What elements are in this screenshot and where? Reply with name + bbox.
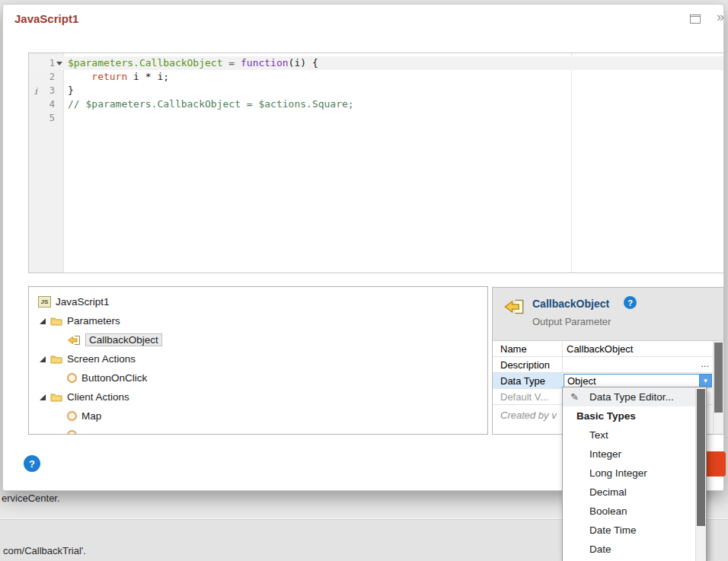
tree-label: Screen Actions (67, 353, 136, 365)
folder-icon (50, 316, 62, 326)
datatype-value: Object (564, 375, 699, 387)
dropdown-item-decimal[interactable]: Decimal (563, 483, 695, 502)
javascript-icon: JS (38, 296, 51, 308)
dropdown-scrollbar[interactable] (695, 387, 706, 561)
code-line-4[interactable]: 4 // $parameters.CallbackObject = $actio… (29, 97, 723, 111)
tree-label: JavaScript1 (56, 296, 110, 308)
code-editor[interactable]: 1 $parameters.CallbackObject = function(… (28, 53, 724, 273)
description-label: Description (493, 357, 563, 372)
dropdown-group-basic-types: Basic Types (563, 406, 695, 426)
name-label: Name (493, 341, 563, 356)
properties-subtitle: Output Parameter (532, 316, 611, 327)
pencil-icon: ✎ (570, 387, 579, 406)
help-icon[interactable]: ? (624, 296, 637, 309)
fold-arrow-icon[interactable] (56, 62, 62, 65)
property-row-description: Description ... (493, 357, 713, 373)
element-tree-panel: JS JavaScript1 Parameters CallbackObject… (28, 286, 488, 435)
tree-label: Parameters (67, 315, 120, 327)
datatype-label: Data Type (493, 373, 563, 388)
tree-label-selected: CallbackObject (85, 333, 162, 346)
tree-item-buttononclick[interactable]: ButtonOnClick (29, 368, 487, 387)
datatype-combobox[interactable]: Object ▼ (564, 374, 712, 387)
code-text-4[interactable]: // $parameters.CallbackObject = $actions… (64, 97, 354, 111)
collapse-arrow-icon[interactable] (40, 318, 46, 324)
tree-label: ButtonOnClick (81, 372, 147, 384)
line-number-4: 4 (29, 97, 64, 111)
editor-lines: 1 $parameters.CallbackObject = function(… (29, 56, 723, 125)
dropdown-item-boolean[interactable]: Boolean (563, 502, 695, 521)
collapse-arrow-icon[interactable] (40, 356, 46, 362)
tree-item-clipped[interactable] (29, 426, 487, 435)
background-text-top: erviceCenter. (2, 492, 60, 504)
code-text-5[interactable] (64, 111, 68, 125)
data-type-dropdown: ✎ Data Type Editor... Basic Types Text I… (562, 387, 707, 561)
maximize-icon[interactable] (690, 14, 701, 24)
dialog-title: JavaScript1 (14, 12, 78, 25)
screen: erviceCenter. com/CallbackTrial'. JavaSc… (0, 0, 728, 561)
code-text-3[interactable]: } (64, 84, 74, 97)
properties-header: CallbackObject ? Output Parameter (493, 288, 723, 341)
code-line-2[interactable]: 2 return i * i; (29, 70, 723, 84)
tree-item-client-actions[interactable]: Client Actions (29, 387, 487, 406)
tree-item-parameters[interactable]: Parameters (29, 311, 487, 330)
description-field[interactable]: ... (563, 357, 713, 372)
scrollbar-thumb[interactable] (697, 389, 705, 526)
tree-item-map[interactable]: Map (29, 406, 487, 426)
datatype-cell: Object ▼ (563, 373, 713, 388)
line-number-2: 2 (29, 70, 64, 84)
output-parameter-icon (503, 298, 525, 315)
properties-scrollbar[interactable] (713, 341, 723, 434)
line-number-3: i3 (29, 84, 64, 97)
folder-icon (50, 354, 62, 364)
chevron-down-icon[interactable]: ▼ (699, 375, 711, 387)
action-circle-icon (67, 411, 77, 421)
tree-label: Client Actions (67, 391, 129, 403)
collapse-arrow-icon[interactable] (40, 394, 46, 400)
action-circle-icon (67, 373, 77, 383)
ellipsis-button[interactable]: ... (701, 358, 709, 369)
dropdown-item-date-time[interactable]: Date Time (563, 521, 695, 540)
default-value-label: Default V... (493, 389, 563, 404)
window-chevrons-icon[interactable]: » (717, 9, 724, 25)
line-number-5: 5 (29, 111, 64, 125)
code-line-5[interactable]: 5 (29, 111, 723, 125)
folder-icon (50, 392, 62, 402)
name-field[interactable]: CallbackObject (563, 341, 713, 356)
code-line-3[interactable]: i3 } (29, 84, 723, 97)
line-number-1: 1 (29, 56, 64, 70)
properties-title: CallbackObject (532, 298, 609, 310)
property-row-name: Name CallbackObject (493, 341, 713, 357)
background-text-bottom: com/CallbackTrial'. (3, 545, 86, 556)
output-parameter-icon (67, 335, 81, 346)
code-text-2[interactable]: return i * i; (64, 70, 169, 84)
code-line-1[interactable]: 1 $parameters.CallbackObject = function(… (29, 56, 723, 70)
dropdown-item-date[interactable]: Date (563, 540, 695, 559)
tree-item-callbackobject[interactable]: CallbackObject (29, 330, 487, 349)
dropdown-item-integer[interactable]: Integer (563, 445, 695, 464)
tree-label: Map (81, 410, 101, 422)
dropdown-item-data-type-editor[interactable]: ✎ Data Type Editor... (563, 387, 695, 406)
code-text-1[interactable]: $parameters.CallbackObject = function(i)… (64, 56, 318, 70)
dropdown-item-text[interactable]: Text (563, 426, 695, 445)
action-circle-icon (67, 430, 77, 435)
dropdown-list: ✎ Data Type Editor... Basic Types Text I… (563, 387, 695, 561)
tree-item-javascript1[interactable]: JS JavaScript1 (29, 292, 487, 311)
dropdown-item-long-integer[interactable]: Long Integer (563, 464, 695, 483)
scrollbar-thumb[interactable] (714, 343, 723, 413)
info-icon: i (34, 84, 37, 98)
dialog-help-icon[interactable]: ? (24, 455, 40, 472)
tree-item-screen-actions[interactable]: Screen Actions (29, 349, 487, 368)
